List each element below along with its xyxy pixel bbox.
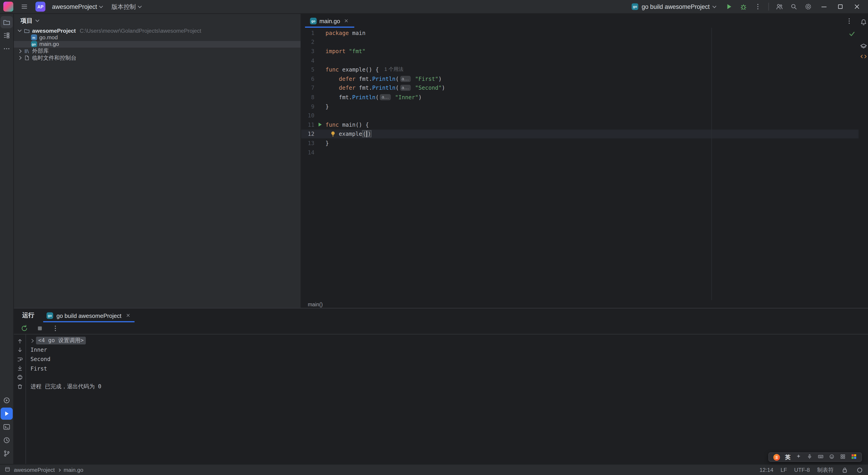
line-separator-widget[interactable]: LF [781,467,787,473]
ime-keyboard-icon[interactable] [817,453,824,461]
soft-wrap-button[interactable] [14,355,25,364]
run-tool-button[interactable] [0,408,13,420]
line-number[interactable]: 11 [301,122,315,128]
main-menu-button[interactable] [18,0,31,13]
chevron-right-icon[interactable] [18,56,22,60]
scroll-to-end-button[interactable] [14,364,25,373]
code-line[interactable]: 8 fmt.Println(a… "Inner") [301,93,868,102]
minimize-button[interactable] [816,0,832,13]
line-number[interactable]: 6 [301,76,315,82]
scroll-up-button[interactable] [14,337,25,346]
tree-item-project-root[interactable]: awesomeProject C:\Users\meowr\GolandProj… [14,27,301,34]
readonly-lock-button[interactable] [841,466,849,474]
code-line[interactable]: 14 [301,148,868,157]
debug-button[interactable] [737,0,750,13]
tree-item-go-mod[interactable]: m go.mod [14,34,301,41]
line-number[interactable]: 8 [301,94,315,100]
fold-chevron-icon[interactable] [30,339,34,343]
line-number[interactable]: 5 [301,66,315,73]
line-number[interactable]: 7 [301,85,315,91]
chevron-down-icon[interactable] [18,28,22,32]
tab-close-icon[interactable] [343,18,349,24]
line-number[interactable]: 13 [301,140,315,146]
terminal-tool-button[interactable] [0,421,13,433]
close-button[interactable] [849,0,865,13]
ime-emoji-icon[interactable] [829,453,835,461]
ime-language-toggle[interactable]: 英 [785,453,790,461]
settings-button[interactable] [802,0,815,13]
search-button[interactable] [787,0,801,13]
more-actions-button[interactable] [751,0,765,13]
code-line[interactable]: 12example() [301,129,868,139]
indent-widget[interactable]: 制表符 [817,466,834,474]
notifications-button[interactable] [859,17,868,27]
run-gutter-icon[interactable] [314,122,326,127]
project-selector[interactable]: awesomeProject [50,1,105,12]
line-number[interactable]: 12 [301,131,315,137]
console-output[interactable]: <4 go 设置调用>InnerSecondFirst进程 已完成，退出代码为 … [26,334,868,464]
code-line[interactable]: 1package main [301,28,868,37]
history-tool-button[interactable] [0,434,13,446]
services-tool-button[interactable] [0,394,13,407]
ime-grid-icon[interactable] [840,453,846,461]
rerun-button[interactable] [19,323,30,333]
code-line[interactable]: 10 [301,111,868,120]
run-config-selector[interactable]: go go build awesomeProject [628,1,719,12]
code-editor[interactable]: 1package main23import "fmt"45func exampl… [301,28,868,300]
run-more-options-button[interactable] [50,323,61,333]
code-line[interactable]: 9} [301,102,868,111]
clear-console-button[interactable] [14,382,25,391]
maximize-button[interactable] [833,0,848,13]
console-line[interactable]: <4 go 设置调用> [30,336,868,345]
ime-mic-icon[interactable] [806,453,813,461]
project-view-selector[interactable]: 项目 [21,16,39,25]
code-line[interactable]: 13} [301,139,868,148]
scroll-down-button[interactable] [14,346,25,355]
folded-gosetup-region[interactable]: <4 go 设置调用> [36,337,86,345]
encoding-widget[interactable]: UTF-8 [794,467,810,473]
line-number[interactable]: 1 [301,30,315,36]
intention-bulb-icon[interactable] [330,131,338,137]
project-avatar[interactable]: AP [35,2,45,11]
project-tool-button[interactable] [0,16,13,28]
breadcrumb[interactable]: main() [301,300,868,308]
layers-button[interactable] [859,41,868,52]
ime-sparkle-icon[interactable] [796,453,802,461]
statusbar-breadcrumb-file[interactable]: main.go [64,467,83,473]
tab-close-icon[interactable] [125,312,131,319]
inspections-ok-icon[interactable] [848,30,856,39]
line-number[interactable]: 2 [301,39,315,45]
line-number[interactable]: 3 [301,48,315,54]
background-tasks-button[interactable] [856,466,864,474]
more-tool-windows-button[interactable] [0,43,13,55]
stop-button[interactable] [34,323,45,333]
code-line[interactable]: 7 defer fmt.Println(a… "Second") [301,83,868,92]
line-number[interactable]: 4 [301,57,315,64]
statusbar-breadcrumb-project[interactable]: awesomeProject [14,467,55,473]
line-number[interactable]: 10 [301,112,315,119]
code-line[interactable]: 2 [301,37,868,47]
run-button[interactable] [722,0,736,13]
code-line[interactable]: 11func main() { [301,120,868,129]
caret-position-widget[interactable]: 12:14 [760,467,773,473]
tab-main-go[interactable]: go main.go [305,14,354,28]
endpoints-button[interactable] [859,52,868,62]
code-line[interactable]: 6 defer fmt.Println(a… "First") [301,74,868,83]
tree-item-main-go[interactable]: go main.go [14,41,301,48]
code-line[interactable]: 4 [301,56,868,65]
line-number[interactable]: 14 [301,149,315,155]
tree-item-scratches[interactable]: 临时文件和控制台 [14,55,301,61]
code-line[interactable]: 5func example() {1 个用法 [301,65,868,74]
structure-tool-button[interactable] [0,29,13,41]
vcs-widget[interactable]: 版本控制 [109,1,144,12]
code-line[interactable]: 3import "fmt" [301,47,868,56]
print-button[interactable] [14,373,25,382]
ime-toolbar[interactable]: 英 [768,452,862,462]
code-with-me-button[interactable] [773,0,786,13]
chevron-right-icon[interactable] [18,49,22,53]
ime-skin-icon[interactable] [851,453,857,461]
sogou-icon[interactable] [773,454,780,461]
tree-item-external-libraries[interactable]: 外部库 [14,48,301,55]
run-tab[interactable]: go go build awesomeProject [43,308,134,322]
git-tool-button[interactable] [0,448,13,460]
